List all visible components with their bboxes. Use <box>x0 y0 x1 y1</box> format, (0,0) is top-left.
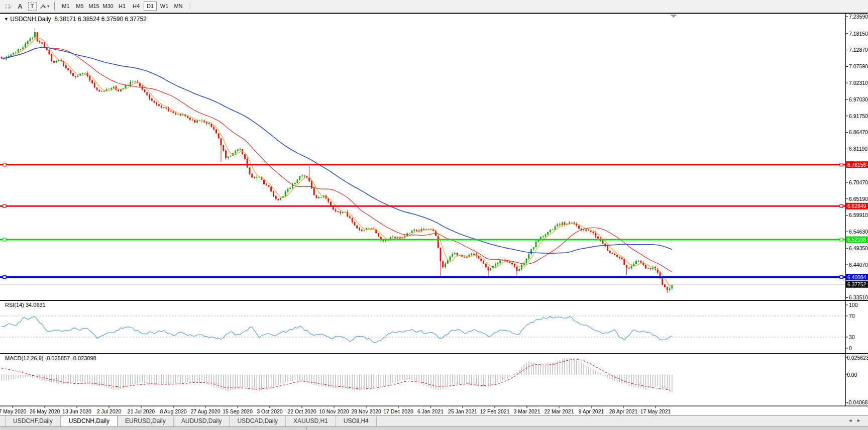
arrows-dropdown-caret-icon[interactable]: ▾ <box>47 4 49 9</box>
svg-text:12 Feb 2021: 12 Feb 2021 <box>480 408 510 414</box>
timeframe-button-mn[interactable]: MN <box>172 2 185 11</box>
svg-text:6.76156: 6.76156 <box>847 162 866 168</box>
svg-text:17 Dec 2020: 17 Dec 2020 <box>383 408 413 414</box>
svg-text:8 Aug 2020: 8 Aug 2020 <box>160 408 186 414</box>
status-separator <box>608 427 608 430</box>
macd-svg[interactable]: 0.0256230.00-0.040687 <box>0 353 868 406</box>
timeframe-button-h1[interactable]: H1 <box>116 2 129 11</box>
grid-f-label: F <box>9 6 12 10</box>
svg-text:22 Mar 2021: 22 Mar 2021 <box>545 408 574 414</box>
svg-text:-0.040687: -0.040687 <box>847 399 868 405</box>
toolbar-separator <box>189 2 190 11</box>
timeframe-buttons: M1M5M15M30H1H4D1W1MN <box>59 2 185 11</box>
svg-text:3 Oct 2020: 3 Oct 2020 <box>257 408 283 414</box>
svg-text:6.81190: 6.81190 <box>849 146 867 152</box>
macd-name: MACD(12,26,9) <box>5 355 43 361</box>
time-axis-svg[interactable]: 7 May 202026 May 202013 Jun 20202 Jul 20… <box>0 406 868 415</box>
svg-text:17 May 2021: 17 May 2021 <box>640 408 671 414</box>
status-bar <box>0 426 868 430</box>
chart-tab-usdcnh[interactable]: USDCNH,Daily <box>61 415 118 426</box>
svg-text:6.44070: 6.44070 <box>849 262 868 268</box>
chart-tab-xauusd[interactable]: XAUUSD,H1 <box>286 416 336 426</box>
svg-text:6.37752: 6.37752 <box>847 282 866 287</box>
tab-scroll-left-icon[interactable]: ◄ <box>848 418 856 423</box>
svg-text:6.65190: 6.65190 <box>849 196 868 202</box>
svg-text:7.07590: 7.07590 <box>849 63 868 69</box>
chart-ohlc-values: 6.38171 6.38524 6.37590 6.37752 <box>54 16 147 23</box>
svg-text:6.33510: 6.33510 <box>849 294 868 300</box>
timeframe-button-w1[interactable]: W1 <box>158 2 171 11</box>
svg-text:26 May 2020: 26 May 2020 <box>30 408 60 414</box>
rsi-indicator-label: RSI(14) 34.0631 <box>5 302 46 308</box>
svg-text:7.18150: 7.18150 <box>849 31 868 37</box>
tab-scroll-arrows: ◄► <box>848 418 865 423</box>
chart-tab-usoil[interactable]: USOil,H4 <box>336 416 377 426</box>
chart-tabs-bar: USDCHF,DailyUSDCNH,DailyEURUSD,DailyAUDU… <box>0 415 868 426</box>
svg-text:6 Jan 2021: 6 Jan 2021 <box>417 408 444 414</box>
svg-text:28 Nov 2020: 28 Nov 2020 <box>351 408 381 414</box>
macd-panel[interactable]: 0.0256230.00-0.040687 <box>0 353 868 406</box>
draw-text-icon[interactable]: A <box>15 1 26 11</box>
status-separator <box>306 427 307 430</box>
svg-text:6.91750: 6.91750 <box>849 113 868 119</box>
chart-collapse-icon[interactable]: ▼ <box>4 17 9 22</box>
fibonacci-grid-icon[interactable]: F <box>3 1 14 11</box>
svg-text:6.97030: 6.97030 <box>849 96 868 102</box>
rsi-value: 34.0631 <box>26 302 46 308</box>
toolbar-separator <box>54 2 55 11</box>
chart-tab-audusd[interactable]: AUDUSD,Daily <box>174 416 230 426</box>
svg-text:7.23590: 7.23590 <box>849 14 868 20</box>
svg-text:6.59910: 6.59910 <box>849 212 868 218</box>
svg-text:0.00: 0.00 <box>847 372 857 378</box>
svg-text:6.49350: 6.49350 <box>849 245 868 251</box>
timeframe-button-h4[interactable]: H4 <box>130 2 143 11</box>
svg-text:22 Oct 2020: 22 Oct 2020 <box>287 408 316 414</box>
svg-text:6.40084: 6.40084 <box>847 275 866 280</box>
svg-text:15 Sep 2020: 15 Sep 2020 <box>223 408 253 414</box>
svg-text:7 May 2020: 7 May 2020 <box>0 408 27 414</box>
svg-text:6.52108: 6.52108 <box>847 237 866 243</box>
svg-text:25 Jan 2021: 25 Jan 2021 <box>448 408 477 414</box>
rsi-panel[interactable]: 10070300 <box>0 300 868 353</box>
rsi-svg[interactable]: 10070300 <box>0 300 868 353</box>
svg-text:0: 0 <box>849 345 852 351</box>
svg-text:6.70470: 6.70470 <box>849 179 868 185</box>
draw-text-label-icon[interactable]: T <box>27 1 38 11</box>
chart-symbol-label: USDCNH,Daily <box>10 16 51 23</box>
tab-scroll-right-icon[interactable]: ► <box>856 418 865 423</box>
timeframe-button-m5[interactable]: M5 <box>73 2 86 11</box>
chart-tab-usdchf[interactable]: USDCHF,Daily <box>5 416 61 426</box>
main-chart-svg[interactable]: 7.235907.181507.128707.075907.023106.970… <box>0 13 868 300</box>
svg-text:7.12870: 7.12870 <box>849 47 868 53</box>
t-box: T <box>28 2 37 11</box>
chart-title: ▼ USDCNH,Daily 6.38171 6.38524 6.37590 6… <box>4 16 147 23</box>
main-chart-panel[interactable]: 7.235907.181507.128707.075907.023106.970… <box>0 13 868 300</box>
svg-text:6.54630: 6.54630 <box>849 229 868 235</box>
macd-values: -0.025857 -0.023098 <box>45 355 96 361</box>
timeframe-button-m1[interactable]: M1 <box>59 2 72 11</box>
svg-text:13 Jun 2020: 13 Jun 2020 <box>62 408 91 414</box>
svg-text:9 Apr 2021: 9 Apr 2021 <box>579 408 604 414</box>
toolbar: F A T ▾ M1M5M15M30H1H4D1W1MN <box>0 0 868 13</box>
svg-text:10 Nov 2020: 10 Nov 2020 <box>319 408 349 414</box>
svg-text:6.62849: 6.62849 <box>847 203 866 209</box>
rsi-name: RSI(14) <box>5 302 24 308</box>
svg-text:100: 100 <box>849 302 858 308</box>
svg-text:3 Mar 2021: 3 Mar 2021 <box>513 408 540 414</box>
svg-text:6.86470: 6.86470 <box>849 129 868 135</box>
time-axis[interactable]: 7 May 202026 May 202013 Jun 20202 Jul 20… <box>0 406 868 415</box>
svg-text:7.02310: 7.02310 <box>849 80 868 86</box>
svg-text:21 Jul 2020: 21 Jul 2020 <box>128 408 155 414</box>
timeframe-button-d1[interactable]: D1 <box>144 2 157 11</box>
chart-tab-usdcad[interactable]: USDCAD,Daily <box>230 416 286 426</box>
svg-text:2 Jul 2020: 2 Jul 2020 <box>97 408 122 414</box>
timeframe-button-m15[interactable]: M15 <box>87 2 100 11</box>
svg-text:27 Aug 2020: 27 Aug 2020 <box>191 408 221 414</box>
svg-text:30: 30 <box>849 334 855 340</box>
macd-indicator-label: MACD(12,26,9) -0.025857 -0.023098 <box>5 355 96 361</box>
chart-tab-eurusd[interactable]: EURUSD,Daily <box>118 416 174 426</box>
svg-text:70: 70 <box>849 313 855 319</box>
arrows-icon[interactable]: ▾ <box>39 1 50 11</box>
svg-text:28 Apr 2021: 28 Apr 2021 <box>609 408 638 414</box>
timeframe-button-m30[interactable]: M30 <box>101 2 115 11</box>
